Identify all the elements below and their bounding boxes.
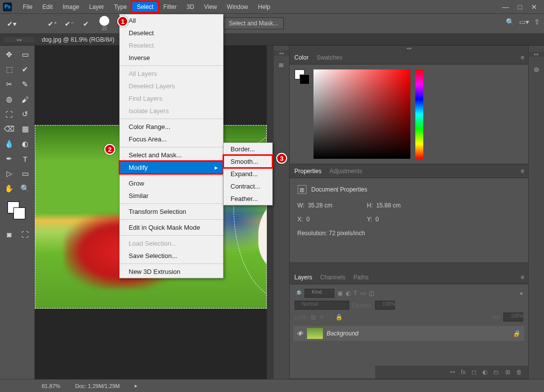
dodge-tool[interactable]: ◐ — [18, 138, 32, 150]
brush-minus-icon[interactable]: ✔⁻ — [63, 17, 76, 30]
eraser-tool[interactable]: ⌫ — [2, 123, 16, 135]
brush-preview-icon[interactable] — [99, 16, 109, 26]
libraries-icon[interactable]: ≣ — [278, 61, 284, 68]
doc-size[interactable]: Doc: 1.29M/1.29M — [75, 383, 120, 389]
filter-type-select[interactable]: Kind — [305, 289, 334, 298]
submenu-border[interactable]: Border... — [224, 143, 272, 155]
menu-select-and-mask[interactable]: Select and Mask... — [120, 149, 223, 161]
gradient-tool[interactable]: ▦ — [18, 123, 32, 135]
panel-menu-icon[interactable]: ≡ — [521, 274, 524, 281]
fx-icon[interactable]: fx — [461, 369, 466, 376]
submenu-feather[interactable]: Feather... — [224, 193, 272, 205]
maximize-button[interactable]: □ — [518, 3, 522, 11]
filter-toggle-icon[interactable]: ● — [520, 290, 523, 297]
menu-save-selection[interactable]: Save Selection... — [120, 250, 223, 262]
crop-tool[interactable]: ✂ — [2, 78, 16, 90]
share-icon[interactable]: ⇪ — [534, 18, 540, 26]
tool-preset-icon[interactable]: ✔▾ — [5, 17, 18, 30]
menu-3d[interactable]: 3D — [181, 1, 199, 12]
brush-plus-icon[interactable]: ✔⁺ — [46, 17, 59, 30]
quick-select-tool[interactable]: ✔ — [18, 64, 32, 75]
quick-mask-icon[interactable]: ◙ — [3, 228, 16, 240]
hand-tool[interactable]: ✋ — [2, 183, 16, 195]
menu-similar[interactable]: Similar — [120, 190, 223, 202]
lock-pixels-icon[interactable]: ▦ — [311, 314, 316, 321]
vertical-scrollbar[interactable] — [267, 46, 274, 379]
panel-menu-icon[interactable]: ≡ — [521, 168, 524, 175]
tab-swatches[interactable]: Swatches — [316, 54, 342, 61]
color-swatches[interactable] — [7, 201, 27, 221]
menu-all[interactable]: All — [120, 14, 223, 27]
status-chevron-icon[interactable]: ▸ — [135, 383, 138, 389]
group-icon[interactable]: 🗀 — [493, 369, 499, 376]
menu-transform-selection[interactable]: Transform Selection — [120, 205, 223, 218]
marquee-tool[interactable]: ⬚ — [2, 64, 16, 75]
mask-icon[interactable]: ◻ — [471, 369, 476, 376]
stamp-tool[interactable]: ⛶ — [2, 108, 16, 120]
collapse-panels-icon[interactable]: ◂◂ — [290, 46, 529, 51]
move-tool[interactable]: ✥ — [2, 49, 16, 61]
menu-focus-area[interactable]: Focus Area... — [120, 133, 223, 145]
menu-3d-extrusion[interactable]: New 3D Extrusion — [120, 265, 223, 278]
menu-quick-mask[interactable]: Edit in Quick Mask Mode — [120, 221, 223, 234]
tab-color[interactable]: Color — [295, 54, 309, 61]
menu-edit[interactable]: Edit — [37, 1, 58, 12]
menu-help[interactable]: Help — [253, 1, 275, 12]
menu-modify[interactable]: Modify — [120, 161, 223, 174]
submenu-contract[interactable]: Contract... — [224, 180, 272, 193]
menu-color-range[interactable]: Color Range... — [120, 121, 223, 133]
collapse-left-icon[interactable]: ◂◂ — [274, 51, 289, 56]
fg-color-2[interactable] — [13, 207, 25, 219]
history-brush-tool[interactable]: ↺ — [18, 108, 32, 120]
adjustment-icon[interactable]: ◐ — [482, 369, 487, 376]
filter-adjust-icon[interactable]: ◐ — [346, 290, 351, 297]
brush-refine-icon[interactable]: ✔ — [79, 17, 92, 30]
type-tool[interactable]: T — [18, 153, 32, 165]
collapse-toolbox-icon[interactable]: ◂◂ — [4, 37, 34, 42]
layer-row[interactable]: 👁 Background 🔒 — [294, 326, 525, 341]
menu-select[interactable]: Select — [132, 1, 158, 12]
tab-paths[interactable]: Paths — [353, 274, 369, 281]
search-icon[interactable]: 🔍 — [506, 18, 514, 26]
document-tab[interactable]: dog.jpg @ 81.9% (RGB/8#) — [42, 36, 114, 43]
pen-tool[interactable]: ✒ — [2, 153, 16, 165]
hue-slider[interactable] — [415, 69, 423, 159]
panel-menu-icon[interactable]: ≡ — [521, 54, 524, 61]
menu-inverse[interactable]: Inverse — [120, 52, 223, 64]
lock-all-icon[interactable]: 🔒 — [335, 314, 343, 321]
filter-shape-icon[interactable]: ▭ — [360, 290, 366, 297]
panel-color-swatch[interactable] — [295, 69, 309, 87]
color-field[interactable] — [313, 69, 410, 159]
lock-position-icon[interactable]: ✜ — [319, 314, 324, 321]
link-icon[interactable]: ⚯ — [450, 369, 455, 376]
menu-view[interactable]: View — [199, 1, 222, 12]
submenu-expand[interactable]: Expand... — [224, 168, 272, 180]
filter-image-icon[interactable]: ▣ — [337, 290, 343, 297]
arrange-icon[interactable]: ▭▾ — [519, 18, 529, 26]
tab-layers[interactable]: Layers — [295, 274, 312, 281]
menu-grow[interactable]: Grow — [120, 177, 223, 190]
menu-window[interactable]: Window — [222, 1, 253, 12]
zoom-tool[interactable]: 🔍 — [18, 183, 32, 195]
zoom-level[interactable]: 81.87% — [42, 383, 60, 389]
submenu-smooth[interactable]: Smooth... — [224, 155, 272, 168]
shape-tool[interactable]: ▭ — [18, 168, 32, 180]
menu-type[interactable]: Type — [109, 1, 132, 12]
brush-tool[interactable]: 🖌 — [18, 93, 32, 105]
tab-channels[interactable]: Channels — [320, 274, 346, 281]
screen-mode-icon[interactable]: ⛶ — [19, 228, 32, 240]
minimize-button[interactable]: — — [502, 3, 509, 11]
filter-type-icon[interactable]: T — [354, 290, 357, 297]
lock-artboard-icon[interactable]: ⬚ — [327, 314, 332, 321]
fill-input[interactable]: 100% — [503, 313, 523, 322]
select-and-mask-button[interactable]: Select and Mask... — [224, 17, 284, 29]
path-tool[interactable]: ▷ — [2, 168, 16, 180]
menu-filter[interactable]: Filter — [158, 1, 182, 12]
menu-deselect[interactable]: Deselect — [120, 27, 223, 39]
filter-smart-icon[interactable]: ◫ — [369, 290, 374, 297]
cc-libraries-icon[interactable]: ⊚ — [534, 65, 540, 73]
trash-icon[interactable]: 🗑 — [516, 369, 522, 376]
menu-file[interactable]: File — [18, 1, 37, 12]
tab-adjustments[interactable]: Adjustments — [329, 168, 362, 175]
new-layer-icon[interactable]: ⊞ — [505, 369, 510, 376]
